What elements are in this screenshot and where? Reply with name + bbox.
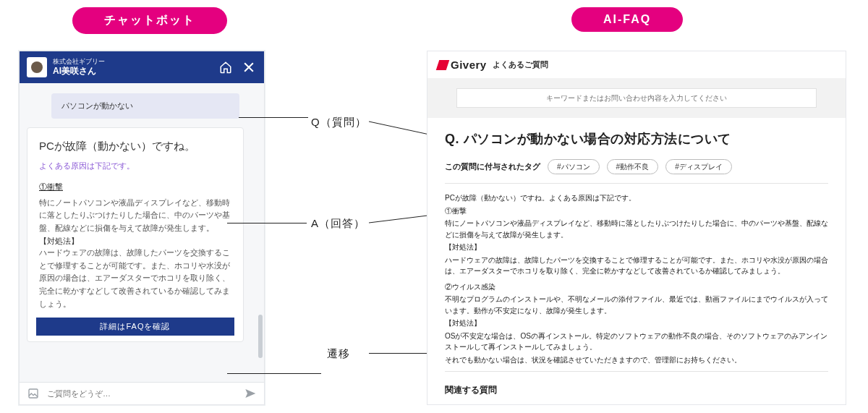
givery-logo: Givery: [438, 59, 487, 71]
faq-search-bar: [427, 78, 846, 118]
section-title-aifaq: AI-FAQ: [571, 7, 683, 32]
faq-tag-label: この質問に付与されたタグ: [445, 161, 540, 173]
chat-header: 株式会社ギブリー AI美咲さん: [20, 51, 264, 83]
divider: [445, 371, 828, 372]
faq-b1-t: 【対処法】: [445, 242, 828, 253]
annotation-question: Q（質問）: [311, 116, 367, 129]
faq-b2-t-p1: OSが不安定な場合は、OSの再インストール。特定のソフトウェアの動作不良の場合、…: [445, 331, 828, 353]
faq-b1-t-p: ハードウェアの故障は、故障したパーツを交換することで修理することが可能です。また…: [445, 255, 828, 277]
chat-input-bar: [20, 382, 264, 404]
related-heading: 関連する質問: [445, 383, 828, 396]
faq-b2-t: 【対処法】: [445, 318, 828, 329]
answer-card-p1: 特にノートパソコンや液晶ディスプレイなど、移動時に落としたりぶつけたりした場合に…: [39, 197, 231, 235]
faq-tag[interactable]: #動作不良: [607, 159, 659, 174]
faq-b1-h: ①衝撃: [445, 205, 828, 217]
answer-card-p2: ハードウェアの故障は、故障したパーツを交換することで修理することが可能です。また…: [39, 247, 231, 310]
bot-answer-card: PCが故障（動かない）ですね。 よくある原因は下記です。 ①衝撃 特にノートパソ…: [27, 127, 244, 342]
faq-tag[interactable]: #パソコン: [548, 159, 600, 174]
chat-body: パソコンが動かない PCが故障（動かない）ですね。 よくある原因は下記です。 ①…: [20, 83, 264, 382]
faq-tag-row: この質問に付与されたタグ #パソコン #動作不良 #ディスプレイ: [445, 159, 828, 174]
faq-b2-p: 不明なプログラムのインストールや、不明なメールの添付ファイル、最近では、動画ファ…: [445, 294, 828, 316]
home-icon[interactable]: [218, 59, 234, 75]
answer-card-h1: ①衝撃: [39, 182, 231, 192]
chat-text-input[interactable]: [47, 389, 237, 398]
givery-logo-text: Givery: [451, 59, 487, 71]
faq-lead: PCが故障（動かない）ですね。よくある原因は下記です。: [445, 192, 828, 204]
annotation-answer: A（回答）: [311, 217, 365, 231]
faq-b1-p: 特にノートパソコンや液晶ディスプレイなど、移動時に落としたりぶつけたりした場合に…: [445, 218, 828, 240]
faq-question-title: Q. パソコンが動かない場合の対応方法について: [445, 129, 828, 149]
svg-rect-0: [29, 389, 38, 398]
faq-detail-button[interactable]: 詳細はFAQを確認: [36, 318, 234, 336]
image-upload-icon[interactable]: [27, 387, 40, 400]
faq-answer-body: PCが故障（動かない）ですね。よくある原因は下記です。 ①衝撃 特にノートパソコ…: [445, 192, 828, 365]
faq-search-input[interactable]: [456, 88, 817, 108]
send-icon[interactable]: [244, 387, 257, 400]
faq-tag[interactable]: #ディスプレイ: [665, 159, 732, 174]
answer-card-note: よくある原因は下記です。: [39, 161, 231, 171]
answer-card-title: PCが故障（動かない）ですね。: [39, 138, 231, 155]
faq-panel: Givery よくあるご質問 Q. パソコンが動かない場合の対応方法について こ…: [427, 51, 846, 405]
related-item[interactable]: Q.代替機の貸し出しについて: [445, 404, 828, 404]
line-q-left: [239, 117, 308, 118]
faq-b2-t-p2: それでも動かない場合は、状況を確認させていただきますので、管理部にお持ちください…: [445, 354, 828, 366]
faq-header-subtitle: よくあるご質問: [493, 59, 548, 70]
related-list: Q.代替機の貸し出しについて Q.PCバッテリーの交換について Q.会社支給のス…: [445, 404, 828, 404]
line-a-left: [227, 223, 307, 223]
bot-avatar: [27, 57, 47, 77]
close-icon[interactable]: [241, 59, 257, 75]
chat-org-name: 株式会社ギブリー: [53, 58, 212, 66]
answer-card-sublabel: 【対処法】: [39, 236, 231, 247]
user-message-bubble: パソコンが動かない: [51, 93, 239, 119]
faq-header: Givery よくあるご質問: [427, 51, 846, 78]
divider: [445, 183, 828, 184]
annotation-nav: 遷移: [327, 347, 350, 361]
section-title-chatbot: チャットボット: [72, 7, 227, 34]
givery-logo-mark-icon: [436, 60, 450, 70]
chat-title-block: 株式会社ギブリー AI美咲さん: [53, 58, 212, 76]
chat-bot-name: AI美咲さん: [53, 66, 212, 76]
faq-b2-h: ②ウイルス感染: [445, 281, 828, 293]
line-nav-left: [227, 373, 321, 374]
chat-panel: 株式会社ギブリー AI美咲さん パソコンが動かない PCが故障（動かない）ですね…: [19, 51, 265, 405]
scrollbar-thumb[interactable]: [258, 315, 263, 358]
faq-content: Q. パソコンが動かない場合の対応方法について この質問に付与されたタグ #パソ…: [427, 118, 846, 404]
